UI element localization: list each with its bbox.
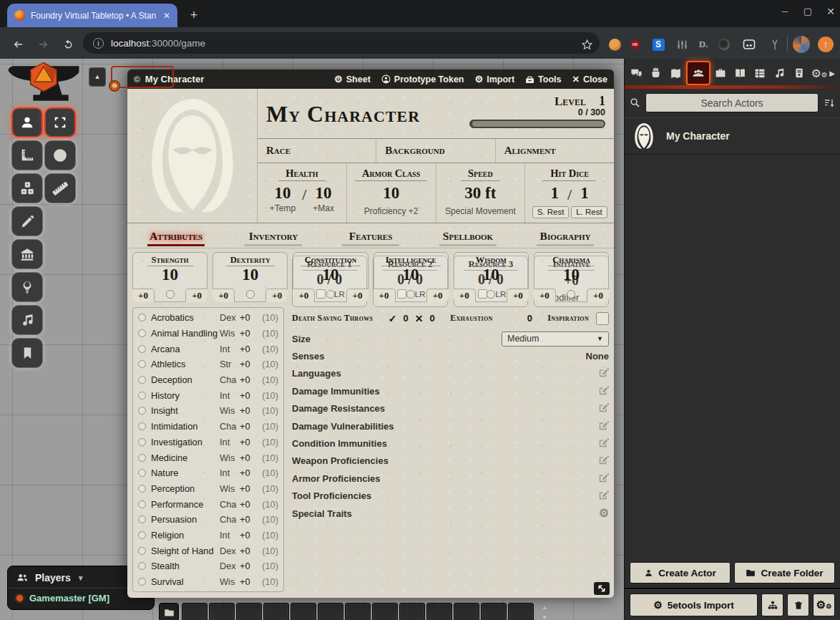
tab-scenes[interactable] xyxy=(666,62,685,84)
macro-slot[interactable] xyxy=(290,603,316,620)
forward-button[interactable] xyxy=(34,35,53,54)
ability-mod[interactable]: +0 xyxy=(293,289,315,302)
skill-proficiency-radio[interactable] xyxy=(138,438,146,446)
back-button[interactable] xyxy=(9,35,27,54)
skill-proficiency-radio[interactable] xyxy=(138,376,146,384)
xp-value[interactable]: 0 / 300 xyxy=(469,107,605,117)
macro-slot[interactable] xyxy=(182,603,207,620)
skill-proficiency-radio[interactable] xyxy=(138,454,146,462)
tools-button[interactable]: Tools xyxy=(525,74,561,84)
configure-settings-button[interactable]: ⚙⚙ xyxy=(813,594,835,616)
tab-spellbook[interactable]: Spellbook xyxy=(419,230,517,248)
sort-icon[interactable] xyxy=(823,97,836,109)
edit-icon[interactable] xyxy=(599,437,609,450)
skill-proficiency-radio[interactable] xyxy=(138,500,146,508)
cookie-extension-icon[interactable] xyxy=(606,36,623,53)
tab-features[interactable]: Features xyxy=(322,230,419,248)
window-minimize-button[interactable]: ─ xyxy=(774,1,796,21)
ac-value[interactable]: 10 xyxy=(347,184,436,203)
sheet-config-button[interactable]: ⚙Sheet xyxy=(334,74,371,84)
ability-score[interactable]: 10 xyxy=(454,266,528,284)
skill-proficiency-radio[interactable] xyxy=(138,469,146,477)
edit-icon[interactable] xyxy=(599,367,609,379)
search-input[interactable] xyxy=(645,93,819,112)
skill-name[interactable]: Religion xyxy=(151,530,220,541)
macro-slot[interactable] xyxy=(454,603,479,620)
skill-name[interactable]: Acrobatics xyxy=(151,312,220,323)
ruler-tool-button[interactable] xyxy=(44,173,76,203)
walls-controls-button[interactable] xyxy=(11,239,43,269)
tab-attributes[interactable]: Attributes xyxy=(127,230,225,248)
exhaustion-value[interactable]: 0 xyxy=(527,313,532,324)
skill-proficiency-radio[interactable] xyxy=(138,345,146,353)
macro-slot[interactable] xyxy=(318,603,343,620)
tab-journal[interactable] xyxy=(731,62,750,84)
skill-row[interactable]: Insight Wis +0 (10) xyxy=(138,403,278,419)
alignment-field[interactable]: Alignment xyxy=(496,139,614,163)
notes-controls-button[interactable] xyxy=(11,338,43,368)
level-value[interactable]: 1 xyxy=(599,94,605,109)
skill-proficiency-radio[interactable] xyxy=(138,531,146,539)
tab-items[interactable] xyxy=(711,62,731,84)
long-rest-button[interactable]: L. Rest xyxy=(571,206,607,218)
death-fail-icon[interactable]: ✕ xyxy=(415,313,424,324)
macro-slot[interactable] xyxy=(236,603,262,620)
skill-row[interactable]: Survival Wis +0 (10) xyxy=(138,574,278,590)
speed-value[interactable]: 30 ft xyxy=(436,184,525,203)
skill-proficiency-radio[interactable] xyxy=(138,314,146,321)
skill-proficiency-radio[interactable] xyxy=(138,407,146,415)
tab-compendium[interactable] xyxy=(790,62,809,84)
window-titlebar[interactable]: © My Character ⚙Sheet Prototype Token ⚙I… xyxy=(127,69,614,89)
edit-icon[interactable] xyxy=(599,473,609,485)
ability-score[interactable]: 10 xyxy=(213,266,287,284)
close-window-button[interactable]: ✕Close xyxy=(572,74,607,84)
save-proficiency-radio[interactable] xyxy=(567,290,575,299)
update-browser-icon[interactable]: ↑ xyxy=(817,36,834,53)
lighting-controls-button[interactable] xyxy=(11,272,43,302)
ability-score[interactable]: 10 xyxy=(133,266,207,284)
skill-name[interactable]: Insight xyxy=(151,405,220,416)
drawing-controls-button[interactable] xyxy=(11,206,43,236)
ability-block[interactable]: Charisma 10 +0 +0 xyxy=(534,252,609,302)
ability-save[interactable]: +0 xyxy=(346,289,368,302)
sidebar-collapse-icon[interactable]: ▶ xyxy=(829,69,838,77)
d-extension-icon[interactable]: D. xyxy=(695,36,712,53)
tab-combat[interactable] xyxy=(647,62,666,84)
skill-name[interactable]: Persuasion xyxy=(151,514,220,525)
skill-name[interactable]: Stealth xyxy=(151,561,220,571)
reload-button[interactable] xyxy=(59,35,77,54)
skill-proficiency-radio[interactable] xyxy=(138,329,146,337)
death-success-count[interactable]: 0 xyxy=(403,313,408,324)
skill-row[interactable]: Performance Cha +0 (10) xyxy=(138,496,278,512)
tab-chat[interactable] xyxy=(627,62,646,84)
skill-row[interactable]: Perception Wis +0 (10) xyxy=(138,481,278,497)
save-proficiency-radio[interactable] xyxy=(246,290,255,299)
save-proficiency-radio[interactable] xyxy=(326,290,335,299)
macro-slot[interactable] xyxy=(209,603,235,620)
skill-row[interactable]: Medicine Wis +0 (10) xyxy=(138,450,278,465)
skill-proficiency-radio[interactable] xyxy=(138,578,146,586)
lens-extension-icon[interactable] xyxy=(716,36,733,53)
hit-dice-block[interactable]: Hit Dice 1 / 1 S. Rest L. Rest xyxy=(525,163,614,223)
skill-name[interactable]: Survival xyxy=(151,576,220,587)
macro-slot[interactable] xyxy=(399,603,425,620)
special-movement-label[interactable]: Special Movement xyxy=(436,206,525,216)
hp-max[interactable]: 10 xyxy=(313,184,334,203)
skill-proficiency-radio[interactable] xyxy=(138,392,146,399)
edit-icon[interactable] xyxy=(599,455,609,467)
skill-row[interactable]: Deception Cha +0 (10) xyxy=(138,372,278,388)
skill-name[interactable]: Deception xyxy=(151,374,220,385)
race-field[interactable]: Race xyxy=(258,139,376,163)
skill-row[interactable]: Intimidation Cha +0 (10) xyxy=(138,419,278,435)
template-circle-tool-button[interactable] xyxy=(44,140,76,170)
temp-hp-label[interactable]: +Temp xyxy=(270,203,296,213)
background-field[interactable]: Background xyxy=(376,139,495,163)
macro-slot[interactable] xyxy=(263,603,289,620)
skill-name[interactable]: Intimidation xyxy=(151,421,220,432)
5etools-import-button[interactable]: ⚙ 5etools Import xyxy=(630,594,758,616)
skill-proficiency-radio[interactable] xyxy=(138,360,146,368)
token-controls-button[interactable] xyxy=(11,107,43,137)
ability-block[interactable]: Wisdom 10 +0 +0 xyxy=(454,252,529,302)
inspiration-checkbox[interactable] xyxy=(596,312,609,325)
ability-block[interactable]: Constitution 10 +0 +0 xyxy=(293,252,368,302)
